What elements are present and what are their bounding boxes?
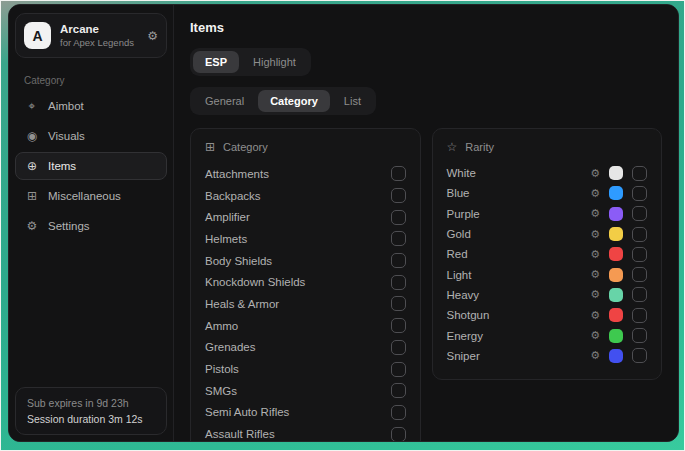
category-row: Pistols: [205, 358, 406, 380]
category-label: Helmets: [205, 233, 247, 245]
color-swatch[interactable]: [609, 166, 623, 180]
star-icon: ☆: [447, 140, 458, 154]
sidebar-section-label: Category: [24, 75, 173, 86]
color-swatch[interactable]: [609, 349, 623, 363]
sidebar-item[interactable]: ⊕ Items: [15, 152, 167, 180]
gear-icon[interactable]: ⚙: [590, 188, 600, 199]
rarity-panel-title: Rarity: [465, 141, 494, 153]
sidebar-nav: ⌖ Aimbot ◉ Visuals ⊕ Items ⊞: [9, 92, 173, 240]
rarity-label: Red: [447, 248, 468, 260]
rarity-panel: ☆ Rarity White ⚙: [432, 128, 663, 380]
gear-icon[interactable]: ⚙: [147, 29, 158, 43]
category-checkbox[interactable]: [391, 296, 406, 311]
session-duration-text: Session duration 3m 12s: [27, 413, 155, 425]
category-checkbox[interactable]: [391, 166, 406, 181]
rarity-checkbox[interactable]: [632, 206, 647, 221]
rarity-checkbox[interactable]: [632, 287, 647, 302]
rarity-label: Blue: [447, 187, 470, 199]
rarity-checkbox[interactable]: [632, 247, 647, 262]
category-checkbox[interactable]: [391, 383, 406, 398]
color-swatch[interactable]: [609, 227, 623, 241]
category-checkbox[interactable]: [391, 340, 406, 355]
gear-icon[interactable]: ⚙: [590, 310, 600, 321]
category-checkbox[interactable]: [391, 427, 406, 441]
category-checkbox[interactable]: [391, 318, 406, 333]
sidebar-item-label: Settings: [48, 220, 90, 232]
tab[interactable]: List: [332, 90, 373, 112]
sidebar-item[interactable]: ⊞ Miscellaneous: [15, 182, 167, 210]
rarity-checkbox[interactable]: [632, 348, 647, 363]
sidebar-item-label: Aimbot: [48, 100, 84, 112]
gear-icon[interactable]: ⚙: [590, 330, 600, 341]
rarity-row: Light ⚙: [447, 264, 648, 284]
category-label: Knockdown Shields: [205, 276, 305, 288]
rarity-row: Gold ⚙: [447, 224, 648, 244]
category-label: Backpacks: [205, 190, 261, 202]
sidebar-item[interactable]: ⚙ Settings: [15, 212, 167, 240]
category-checkbox[interactable]: [391, 362, 406, 377]
rarity-label: Energy: [447, 330, 483, 342]
crosshair-icon: ⌖: [25, 99, 39, 113]
rarity-checkbox[interactable]: [632, 166, 647, 181]
category-checkbox[interactable]: [391, 231, 406, 246]
sub-expiry-text: Sub expires in 9d 23h: [27, 397, 155, 409]
eye-icon: ◉: [25, 129, 39, 143]
sidebar: A Arcane for Apex Legends ⚙ Category ⌖ A…: [9, 5, 174, 441]
tab[interactable]: General: [193, 90, 256, 112]
tab[interactable]: Highlight: [241, 51, 308, 73]
color-swatch[interactable]: [609, 186, 623, 200]
color-swatch[interactable]: [609, 247, 623, 261]
rarity-row: Shotgun ⚙: [447, 305, 648, 325]
sidebar-item-label: Visuals: [48, 130, 85, 142]
gear-icon[interactable]: ⚙: [590, 289, 600, 300]
category-label: Ammo: [205, 320, 238, 332]
category-row: Heals & Armor: [205, 293, 406, 315]
color-swatch[interactable]: [609, 288, 623, 302]
color-swatch[interactable]: [609, 268, 623, 282]
category-label: Body Shields: [205, 255, 272, 267]
gear-icon[interactable]: ⚙: [590, 350, 600, 361]
category-checkbox[interactable]: [391, 275, 406, 290]
rarity-row: Heavy ⚙: [447, 285, 648, 305]
color-swatch[interactable]: [609, 329, 623, 343]
category-row: Helmets: [205, 228, 406, 250]
rarity-row: Red ⚙: [447, 244, 648, 264]
tab[interactable]: Category: [258, 90, 330, 112]
category-row: Attachments: [205, 163, 406, 185]
gear-icon[interactable]: ⚙: [590, 229, 600, 240]
gear-icon[interactable]: ⚙: [590, 269, 600, 280]
subscription-card: Sub expires in 9d 23h Session duration 3…: [15, 387, 167, 435]
rarity-checkbox[interactable]: [632, 267, 647, 282]
secondary-tab-row: General Category List: [190, 87, 662, 115]
page-title: Items: [190, 20, 662, 35]
target-icon: ⊕: [25, 159, 39, 173]
category-label: Attachments: [205, 168, 269, 180]
category-row: Semi Auto Rifles: [205, 402, 406, 424]
gear-icon[interactable]: ⚙: [590, 249, 600, 260]
rarity-label: Shotgun: [447, 309, 490, 321]
gear-icon[interactable]: ⚙: [590, 208, 600, 219]
category-checkbox[interactable]: [391, 253, 406, 268]
rarity-checkbox[interactable]: [632, 328, 647, 343]
rarity-checkbox[interactable]: [632, 186, 647, 201]
color-swatch[interactable]: [609, 308, 623, 322]
tab[interactable]: ESP: [193, 51, 239, 73]
category-panel: ⊞ Category Attachments Backpacks: [190, 128, 421, 441]
rarity-row: Purple ⚙: [447, 204, 648, 224]
rarity-row: White ⚙: [447, 163, 648, 183]
rarity-checkbox[interactable]: [632, 227, 647, 242]
category-row: Amplifier: [205, 206, 406, 228]
category-checkbox[interactable]: [391, 405, 406, 420]
color-swatch[interactable]: [609, 207, 623, 221]
sidebar-item[interactable]: ⌖ Aimbot: [15, 92, 167, 120]
category-checkbox[interactable]: [391, 188, 406, 203]
rarity-checkbox[interactable]: [632, 308, 647, 323]
rarity-label: White: [447, 167, 476, 179]
category-row: Assault Rifles: [205, 423, 406, 441]
gear-icon[interactable]: ⚙: [590, 168, 600, 179]
sidebar-item[interactable]: ◉ Visuals: [15, 122, 167, 150]
category-row: SMGs: [205, 380, 406, 402]
arcane-window: A Arcane for Apex Legends ⚙ Category ⌖ A…: [8, 4, 679, 442]
category-checkbox[interactable]: [391, 210, 406, 225]
sidebar-item-label: Items: [48, 160, 76, 172]
